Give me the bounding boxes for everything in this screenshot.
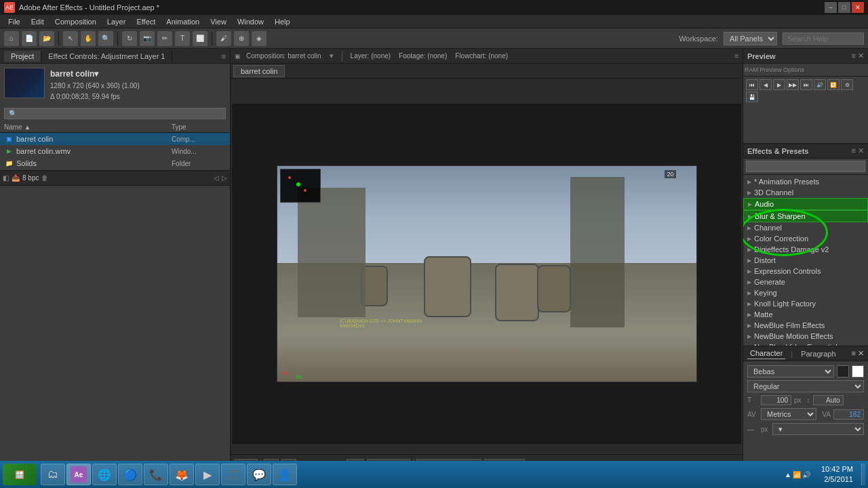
effect-color-correction[interactable]: ▶ Color Correction [743, 233, 868, 244]
show-desktop-btn[interactable] [861, 464, 865, 485]
minimize-button[interactable]: – [825, 2, 837, 13]
effect-digieffects[interactable]: ▶ Digieffects Damage v2 [743, 244, 868, 255]
ram-preview-options[interactable]: RAM Preview Options [743, 64, 868, 77]
menu-edit[interactable]: Edit [26, 16, 50, 27]
menu-window[interactable]: Window [232, 16, 269, 27]
font-color-white[interactable] [852, 365, 864, 378]
tb-hand-btn[interactable]: ✋ [81, 31, 96, 46]
effect-blur-sharpen[interactable]: ▶ Blur & Sharpen [743, 210, 868, 222]
taskbar-firefox[interactable]: 🦊 [170, 464, 194, 485]
menu-help[interactable]: Help [269, 16, 296, 27]
comp-dropdown-btn[interactable]: ▾ [330, 52, 334, 60]
menu-composition[interactable]: Composition [50, 16, 102, 27]
menu-view[interactable]: View [205, 16, 232, 27]
menu-file[interactable]: File [3, 16, 26, 27]
effect-expression[interactable]: ▶ Expression Controls [743, 266, 868, 277]
volume-icon[interactable]: 🔊 [802, 471, 810, 479]
delete-icon[interactable]: 🗑 [41, 174, 48, 182]
tb-zoom-btn[interactable]: 🔍 [98, 31, 113, 46]
search-help-input[interactable] [783, 33, 864, 45]
effect-knoll[interactable]: ▶ Knoll Light Factory [743, 298, 868, 309]
taskbar-skype[interactable]: 📞 [144, 464, 168, 485]
preview-menu[interactable]: ≡ ✕ [852, 52, 864, 60]
close-button[interactable]: ✕ [852, 2, 864, 13]
font-color-swatch[interactable] [837, 365, 849, 378]
prev-play-btn[interactable]: ▶ [773, 79, 785, 90]
taskbar-person[interactable]: 👤 [273, 464, 297, 485]
prev-last-btn[interactable]: ⏭ [800, 79, 812, 90]
prev-audio-btn[interactable]: 🔊 [814, 79, 826, 90]
tb-select-btn[interactable]: ↖ [63, 31, 78, 46]
tb-new-btn[interactable]: 📄 [22, 31, 37, 46]
taskbar-media[interactable]: ▶ [195, 464, 220, 485]
font-family-select[interactable]: Bebas [747, 365, 834, 378]
comp-barret-colin-tab[interactable]: barret colin [233, 65, 285, 77]
tb-puppet-btn[interactable]: ◈ [252, 31, 267, 46]
maximize-button[interactable]: □ [838, 2, 850, 13]
prev-forward-btn[interactable]: ▶▶ [787, 79, 799, 90]
viewer-menu[interactable]: ≡ [734, 52, 738, 60]
prev-back-btn[interactable]: ◀ [760, 79, 772, 90]
px-select[interactable]: ▾ [772, 423, 864, 435]
tb-shape-btn[interactable]: ⬜ [193, 31, 208, 46]
effect-newblue-motion[interactable]: ▶ NewBlue Motion Effects [743, 331, 868, 342]
tracking-method-select[interactable]: Metrics [761, 408, 816, 420]
taskbar-messenger[interactable]: 💬 [247, 464, 271, 485]
prev-loop-btn[interactable]: 🔁 [827, 79, 840, 90]
tb-home-btn[interactable]: ⌂ [4, 31, 19, 46]
prev-save-btn[interactable]: 💾 [746, 92, 758, 102]
expand-icon[interactable]: ◁ [214, 174, 219, 182]
files-icon: 🗂 [45, 466, 61, 483]
taskbar-itunes[interactable]: 🎵 [221, 464, 245, 485]
menu-layer[interactable]: Layer [102, 16, 132, 27]
tb-camera-btn[interactable]: 📷 [140, 31, 155, 46]
taskbar-files[interactable]: 🗂 [41, 464, 65, 485]
taskbar-ie[interactable]: 🌐 [92, 464, 117, 485]
menu-effect[interactable]: Effect [131, 16, 161, 27]
start-button[interactable]: 🪟 [3, 464, 37, 485]
effect-keying[interactable]: ▶ Keying [743, 287, 868, 298]
char-panel-menu[interactable]: ≡ ✕ [852, 349, 864, 358]
tab-project[interactable]: Project [4, 51, 41, 62]
effect-distort[interactable]: ▶ Distort [743, 255, 868, 266]
project-name[interactable]: barret colin▾ [50, 68, 140, 81]
effects-menu[interactable]: ≡ ✕ [852, 146, 864, 155]
expand-right-icon[interactable]: ▷ [222, 174, 227, 182]
tab-paragraph[interactable]: Paragraph [798, 348, 838, 359]
project-panel-menu[interactable]: ≡ [222, 52, 226, 60]
effect-channel[interactable]: ▶ Channel [743, 222, 868, 233]
tb-pen-btn[interactable]: ✏ [157, 31, 172, 46]
prev-ram-btn[interactable]: ⚙ [841, 79, 853, 90]
system-clock[interactable]: 10:42 PM 2/5/2011 [816, 464, 859, 485]
bit-depth[interactable]: 8 bpc [22, 174, 39, 182]
network-icon[interactable]: 📶 [793, 471, 801, 479]
tb-rotate-btn[interactable]: ↻ [122, 31, 137, 46]
taskbar-ae[interactable]: Ae [66, 464, 91, 485]
project-item-barret-colin[interactable]: ▣ barret colin Comp... [0, 133, 230, 145]
workspace-select[interactable]: All Panels [724, 32, 777, 45]
import-icon[interactable]: 📥 [12, 174, 20, 182]
effect-audio[interactable]: ▶ Audio [743, 198, 868, 210]
tb-open-btn[interactable]: 📂 [39, 31, 54, 46]
prev-first-btn[interactable]: ⏮ [746, 79, 758, 90]
effect-3d-channel[interactable]: ▶ 3D Channel [743, 187, 868, 198]
line-height-input[interactable] [813, 395, 844, 405]
menu-animation[interactable]: Animation [161, 16, 205, 27]
effect-newblue-film[interactable]: ▶ NewBlue Film Effects [743, 320, 868, 331]
font-size-input[interactable] [761, 395, 791, 405]
tb-paint-btn[interactable]: 🖌 [216, 31, 231, 46]
project-item-wmv[interactable]: ▶ barret colin.wmv Windo... [0, 145, 230, 157]
tb-text-btn[interactable]: T [175, 31, 190, 46]
tab-effect-controls[interactable]: Effect Controls: Adjustment Layer 1 [41, 51, 172, 62]
tab-character[interactable]: Character [747, 348, 785, 359]
tb-clone-btn[interactable]: ⊕ [234, 31, 249, 46]
effect-generate[interactable]: ▶ Generate [743, 277, 868, 287]
effects-search-input[interactable] [746, 161, 865, 172]
font-style-select[interactable]: Regular [747, 380, 864, 392]
kerning-input[interactable] [833, 409, 864, 420]
taskbar-chrome[interactable]: 🔵 [118, 464, 142, 485]
project-item-solids[interactable]: 📁 Solids Folder [0, 157, 230, 169]
effect-matte[interactable]: ▶ Matte [743, 309, 868, 320]
project-search-input[interactable] [4, 108, 226, 119]
effect-animation-presets[interactable]: ▶ * Animation Presets [743, 176, 868, 187]
